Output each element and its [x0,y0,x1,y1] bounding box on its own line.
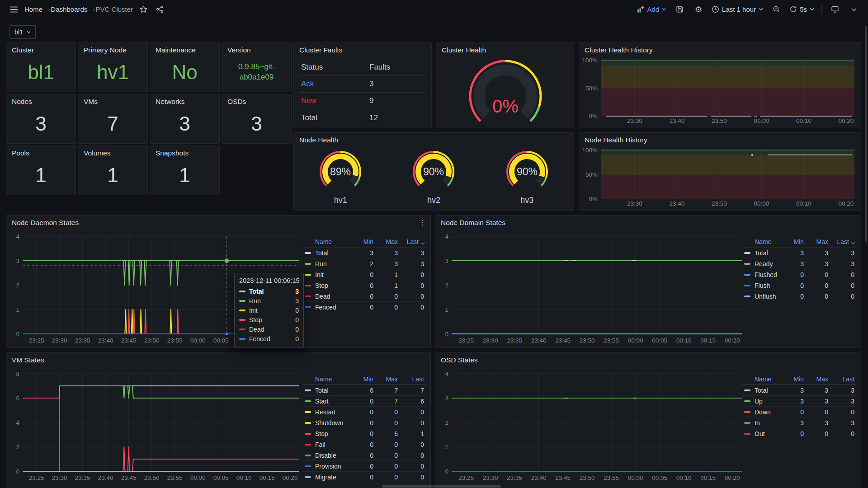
legend-series-label[interactable]: Unflush [742,293,783,300]
legend-series-label[interactable]: Start [303,398,353,405]
breadcrumb-dashboards[interactable]: Dashboards [51,5,87,13]
legend-series-label[interactable]: Flush [742,282,783,289]
legend-series-label[interactable]: Total [303,387,353,394]
legend-series-label[interactable]: Fail [303,441,353,448]
chevron-down-icon [810,8,814,11]
panel-title[interactable]: Node Domain States [435,216,861,229]
legend-series-label[interactable]: Total [742,387,783,394]
panel-title[interactable]: Cluster Health [436,43,574,56]
legend-series-label[interactable]: Provision [303,463,353,470]
menu-icon[interactable] [8,4,20,15]
series-color-swatch [744,296,750,297]
legend-series-label[interactable]: In [742,419,783,427]
variable-dropdown[interactable]: bl1 [9,25,36,39]
tooltip-row: Stop0 [239,315,299,324]
svg-text:00:00: 00:00 [754,200,769,207]
panel-node-health-history: Node Health History 0%50%100%23:3023:402… [579,132,861,211]
svg-text:0%: 0% [589,113,598,120]
nav-divider [821,5,822,14]
legend-header[interactable]: NameMinMaxLast [303,236,426,247]
legend-row: Unflush000 [742,291,856,301]
star-icon[interactable] [137,4,149,15]
svg-text:23:40: 23:40 [669,117,684,124]
kiosk-tv-icon[interactable] [829,4,841,15]
svg-text:23:55: 23:55 [167,337,183,344]
clock-icon [712,5,719,13]
stat-value: 1 [78,158,147,193]
svg-text:23:55: 23:55 [167,474,183,481]
vm-states-chart[interactable]: 0246823:2523:3023:3523:4023:4523:5023:55… [9,368,303,483]
panel-title[interactable]: OSD States [435,353,861,366]
node-health-history-chart[interactable]: 0%50%100%23:3023:4023:5000:0000:1000:20 [582,146,859,209]
svg-text:4: 4 [16,233,19,240]
legend-header[interactable]: NameMinMaxLast [742,236,856,247]
legend-series-label[interactable]: Flushed [742,271,783,278]
series-color-swatch [744,422,750,424]
legend-series-label[interactable]: Restart [303,408,353,416]
breadcrumb-home[interactable]: Home [24,5,42,13]
svg-text:23:45: 23:45 [555,337,571,344]
chevron-down-icon[interactable] [848,4,860,15]
svg-text:00:20: 00:20 [283,474,298,481]
legend-series-label[interactable]: Total [303,249,353,257]
legend-header[interactable]: NameMinMaxLast [303,374,426,385]
panel-title[interactable]: Cluster Faults [294,43,431,56]
panel-title[interactable]: VM States [6,353,430,366]
svg-text:00:10: 00:10 [676,474,692,481]
panel-menu-icon[interactable]: ⋮ [419,219,426,227]
node-gauge-hv1: 89%hv1 [295,146,386,205]
refresh-picker[interactable]: 5s [789,5,814,13]
legend-series-label[interactable]: Shutdown [303,419,353,427]
node-domain-states-chart[interactable]: 0123423:2523:3023:3523:4023:4523:5023:55… [438,231,745,346]
legend-series-label[interactable]: Down [742,408,783,416]
legend-series-label[interactable]: Total [742,249,783,257]
stat-panel-networks: Networks3 [150,94,220,144]
legend-series-label[interactable]: Dead [303,293,353,300]
breadcrumb-current: PVC Cluster [96,5,133,13]
sort-caret-icon [851,240,855,244]
legend-series-label[interactable]: Migrate [303,474,353,481]
svg-text:3: 3 [445,258,448,264]
legend-row: Provision000 [303,460,426,471]
stat-panel-nodes: Nodes3 [6,94,76,144]
legend-series-label[interactable]: Ready [742,260,783,267]
legend-series-label[interactable]: Run [303,260,353,267]
time-range-picker[interactable]: Last 1 hour [712,5,763,13]
panel-title[interactable]: Node Health History [579,133,861,146]
vertical-scrollbar[interactable] [865,26,867,242]
panel-node-daemon-states: Node Daemon States ⋮ 0123423:2523:3023:3… [6,215,431,348]
svg-text:00:05: 00:05 [213,337,229,344]
horizontal-scrollbar[interactable] [382,485,501,488]
panel-title[interactable]: Node Health [294,133,574,146]
svg-text:23:50: 23:50 [712,117,727,124]
cluster-health-history-chart[interactable]: 0%50%100%23:3023:4023:5000:0000:1000:20 [582,56,859,126]
save-dashboard-icon[interactable] [674,4,685,15]
zoom-out-icon[interactable] [770,4,782,15]
series-color-swatch [744,389,750,391]
legend-series-label[interactable]: Stop [303,282,353,289]
svg-text:00:05: 00:05 [652,474,667,481]
add-button[interactable]: Add [637,5,666,13]
stat-panel-pools: Pools1 [6,145,76,195]
legend-header[interactable]: NameMinMaxLast [742,374,856,385]
legend-series-label[interactable]: Disable [303,452,353,459]
legend-series-label[interactable]: Init [303,271,353,278]
stat-value: bl1 [6,55,75,90]
panel-title[interactable]: Cluster Health History [579,43,861,56]
svg-text:23:30: 23:30 [483,474,498,481]
svg-text:00:10: 00:10 [236,474,252,481]
legend-series-label[interactable]: Out [742,430,783,437]
stat-value: 1 [6,158,75,193]
series-color-swatch [744,252,750,254]
dashboard-settings-icon[interactable]: ⚙ [693,4,704,15]
svg-text:23:50: 23:50 [144,337,160,344]
svg-text:0: 0 [445,331,448,338]
share-icon[interactable] [154,4,165,15]
legend-series-label[interactable]: Stop [303,430,353,437]
svg-text:00:00: 00:00 [190,474,206,481]
legend-series-label[interactable]: Up [742,398,783,405]
legend-series-label[interactable]: Fenced [303,304,353,311]
svg-text:90%: 90% [423,166,444,178]
osd-states-chart[interactable]: 0123423:2523:3023:3523:4023:4523:5023:55… [438,368,745,483]
panel-title[interactable]: Node Daemon States [6,216,430,229]
